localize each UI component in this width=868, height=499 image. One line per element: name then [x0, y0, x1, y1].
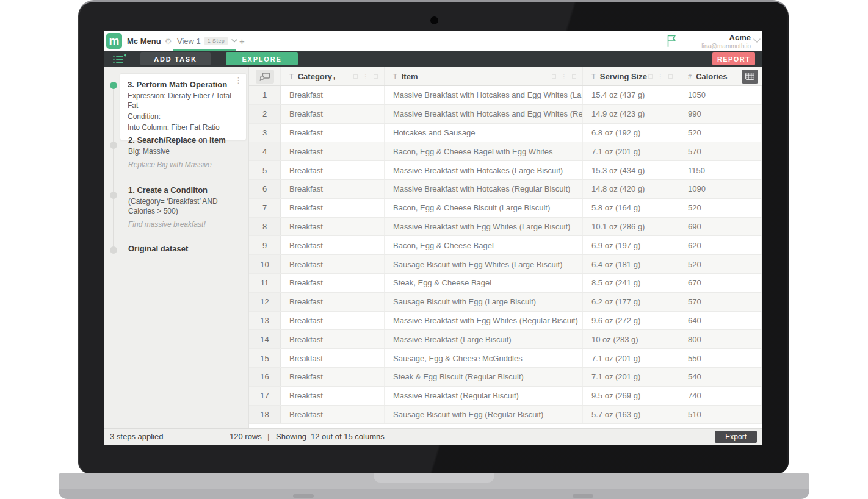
explore-button[interactable]: EXPLORE: [226, 52, 298, 65]
table-row[interactable]: 12BreakfastSausage Biscuit with Egg (Lar…: [249, 293, 762, 312]
kebab-menu-icon[interactable]: ⋮: [234, 77, 242, 84]
gear-icon[interactable]: ⚙: [165, 37, 172, 46]
pipeline-step[interactable]: 1. Create a Condiiton(Category= ‘Breakfa…: [128, 185, 245, 229]
cell-serving-size[interactable]: 9.5 oz (269 g): [583, 387, 679, 405]
cell-item[interactable]: Massive Breakfast with Egg Whites (Large…: [385, 218, 583, 236]
cell-index[interactable]: 14: [249, 330, 281, 348]
table-row[interactable]: 3BreakfastHotcakes and Sausage6.8 oz (19…: [249, 124, 762, 143]
cell-category[interactable]: Breakfast: [281, 330, 385, 348]
cell-index[interactable]: 7: [249, 199, 281, 217]
table-row[interactable]: 14BreakfastMassive Breakfast (Large Bisc…: [249, 330, 762, 349]
cell-calories[interactable]: 620: [679, 236, 762, 254]
filter-checkbox-icon[interactable]: [668, 74, 673, 79]
pipeline-step[interactable]: Original dataset: [128, 244, 245, 254]
cell-serving-size[interactable]: 8.5 oz (241 g): [583, 274, 679, 292]
cell-category[interactable]: Breakfast: [281, 387, 385, 405]
table-row[interactable]: 7BreakfastBacon, Egg & Cheese Biscuit (L…: [249, 199, 762, 218]
cell-category[interactable]: Breakfast: [281, 312, 385, 330]
cell-calories[interactable]: 510: [679, 406, 762, 424]
cell-category[interactable]: Breakfast: [281, 142, 385, 160]
cell-item[interactable]: Bacon, Egg & Cheese Bagel with Egg White…: [385, 142, 583, 160]
tab-dataset[interactable]: Mc Menu ⚙: [127, 31, 180, 51]
cell-calories[interactable]: 690: [679, 218, 762, 236]
cell-index[interactable]: 9: [249, 236, 281, 254]
add-view-button[interactable]: +: [236, 31, 248, 51]
table-row[interactable]: 18BreakfastSausage Biscuit with Egg (Reg…: [249, 406, 762, 425]
column-menu-icon[interactable]: ⋮: [561, 74, 567, 79]
cell-item[interactable]: Massive Breakfast (Large Biscuit): [385, 330, 583, 348]
cell-calories[interactable]: 570: [679, 293, 762, 311]
column-header-serving-size[interactable]: TServing Size⋮: [583, 67, 679, 85]
column-finder-button[interactable]: [256, 70, 274, 84]
cell-item[interactable]: Hotcakes and Sausage: [385, 124, 583, 142]
cell-calories[interactable]: 1050: [679, 86, 762, 104]
cell-item[interactable]: Steak & Egg Biscuit (Regular Biscuit): [385, 368, 583, 386]
cell-serving-size[interactable]: 7.1 oz (201 g): [583, 349, 679, 367]
cell-item[interactable]: Massive Breakfast with Hotcakes and Egg …: [385, 105, 583, 123]
cell-serving-size[interactable]: 6.4 oz (181 g): [583, 255, 679, 273]
cell-calories[interactable]: 800: [679, 330, 762, 348]
cell-category[interactable]: Breakfast: [281, 368, 385, 386]
cell-calories[interactable]: 520: [679, 199, 762, 217]
report-button[interactable]: REPORT: [712, 52, 755, 65]
cell-calories[interactable]: 990: [679, 105, 762, 123]
column-header-item[interactable]: TItem⋮: [385, 67, 583, 85]
cell-index[interactable]: 11: [249, 274, 281, 292]
cell-index[interactable]: 4: [249, 142, 281, 160]
cell-category[interactable]: Breakfast: [281, 86, 385, 104]
timeline-dot[interactable]: [110, 246, 117, 254]
cell-serving-size[interactable]: 6.2 oz (177 g): [583, 293, 679, 311]
cell-category[interactable]: Breakfast: [281, 199, 385, 217]
cell-calories[interactable]: 520: [679, 255, 762, 273]
cell-serving-size[interactable]: 10 oz (283 g): [583, 330, 679, 348]
cell-index[interactable]: 16: [249, 368, 281, 386]
cell-serving-size[interactable]: 6.9 oz (197 g): [583, 236, 679, 254]
tab-view[interactable]: View 1 1 Step: [177, 31, 237, 51]
cell-item[interactable]: Sausage Biscuit with Egg (Regular Biscui…: [385, 406, 583, 424]
cell-index[interactable]: 13: [249, 312, 281, 330]
cell-index[interactable]: 8: [249, 218, 281, 236]
cell-serving-size[interactable]: 15.4 oz (437 g): [583, 86, 679, 104]
cell-item[interactable]: Bacon, Egg & Cheese Bagel: [385, 236, 583, 254]
cell-calories[interactable]: 640: [679, 312, 762, 330]
cell-calories[interactable]: 740: [679, 387, 762, 405]
cell-calories[interactable]: 570: [679, 142, 762, 160]
table-row[interactable]: 16BreakfastSteak & Egg Biscuit (Regular …: [249, 368, 762, 387]
cell-index[interactable]: 15: [249, 349, 281, 367]
cell-category[interactable]: Breakfast: [281, 180, 385, 198]
columns-summary-label[interactable]: 12 out of 15 columns: [311, 432, 385, 441]
cell-calories[interactable]: 1090: [679, 180, 762, 198]
cell-index[interactable]: 2: [249, 105, 281, 123]
cell-category[interactable]: Breakfast: [281, 161, 385, 179]
cell-index[interactable]: 17: [249, 387, 281, 405]
cell-serving-size[interactable]: 6.8 oz (192 g): [583, 124, 679, 142]
cell-index[interactable]: 10: [249, 255, 281, 273]
cell-category[interactable]: Breakfast: [281, 293, 385, 311]
cell-serving-size[interactable]: 14.9 oz (423 g): [583, 105, 679, 123]
cell-item[interactable]: Massive Breakfast with Egg Whites (Regul…: [385, 312, 583, 330]
table-row[interactable]: 13BreakfastMassive Breakfast with Egg Wh…: [249, 312, 762, 331]
filter-checkbox-icon[interactable]: [374, 74, 378, 79]
cell-category[interactable]: Breakfast: [281, 274, 385, 292]
add-task-button[interactable]: ADD TASK: [140, 52, 211, 65]
table-row[interactable]: 4BreakfastBacon, Egg & Cheese Bagel with…: [249, 142, 762, 161]
cell-item[interactable]: Bacon, Egg & Cheese Biscuit (Large Biscu…: [385, 199, 583, 217]
cell-serving-size[interactable]: 9.6 oz (272 g): [583, 312, 679, 330]
timeline-dot[interactable]: [110, 142, 117, 149]
table-row[interactable]: 9BreakfastBacon, Egg & Cheese Bagel6.9 o…: [249, 236, 762, 255]
cell-calories[interactable]: 540: [679, 368, 762, 386]
cell-calories[interactable]: 550: [679, 349, 762, 367]
account-menu[interactable]: Acme lina@mammoth.io: [701, 33, 751, 49]
table-row[interactable]: 11BreakfastSteak, Egg & Cheese Bagel8.5 …: [249, 274, 762, 293]
cell-item[interactable]: Massive Breakfast with Hotcakes (Regular…: [385, 180, 583, 198]
cell-item[interactable]: Massive Breakfast (Regular Biscuit): [385, 387, 583, 405]
cell-item[interactable]: Sausage Biscuit with Egg Whites (Large B…: [385, 255, 583, 273]
cell-category[interactable]: Breakfast: [281, 218, 385, 236]
table-row[interactable]: 6BreakfastMassive Breakfast with Hotcake…: [249, 180, 762, 199]
cell-serving-size[interactable]: 10.1 oz (286 g): [583, 218, 679, 236]
cell-serving-size[interactable]: 14.8 oz (420 g): [583, 180, 679, 198]
pipeline-step[interactable]: 3. Perform Math Operation⋮Expression: Di…: [120, 73, 247, 140]
cell-category[interactable]: Breakfast: [281, 105, 385, 123]
filter-checkbox-icon[interactable]: [353, 74, 358, 79]
cell-calories[interactable]: 670: [679, 274, 762, 292]
